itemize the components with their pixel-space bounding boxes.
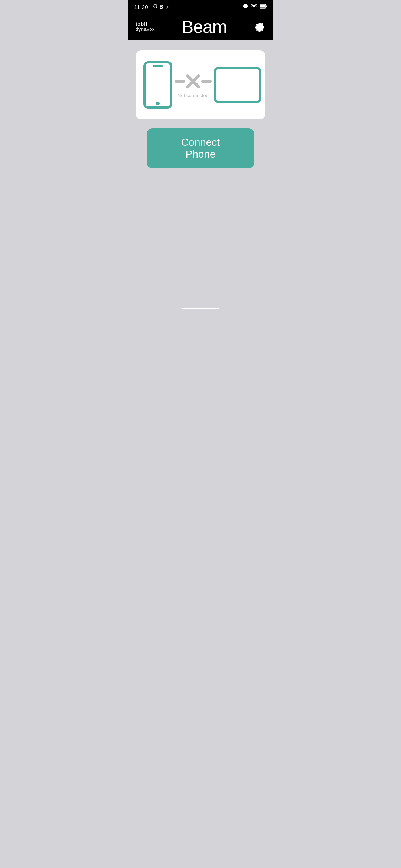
brand-tobii: tobii — [136, 22, 155, 27]
bold-icon: B — [159, 4, 163, 10]
connection-card: Not connected — [136, 50, 265, 119]
svg-rect-0 — [244, 4, 247, 8]
play-icon: ▷ — [166, 4, 169, 9]
settings-button[interactable] — [254, 21, 265, 33]
svg-rect-13 — [215, 68, 260, 102]
svg-rect-10 — [201, 80, 212, 83]
app-header: tobii dynavox Beam — [128, 13, 273, 40]
app-title: Beam — [182, 17, 226, 37]
tablet-icon-wrap — [213, 66, 262, 103]
svg-rect-6 — [144, 62, 171, 108]
main-content: Not connected Connect Phone — [128, 40, 273, 179]
wifi-icon — [251, 4, 257, 10]
google-icon: G — [153, 4, 157, 10]
status-icons-left: G B ▷ — [153, 4, 169, 10]
status-time: 11:20 — [134, 4, 148, 10]
svg-rect-2 — [247, 5, 248, 7]
brand-logo: tobii dynavox — [136, 22, 155, 32]
svg-rect-7 — [153, 65, 163, 67]
tablet-icon — [213, 66, 262, 103]
phone-icon-wrap — [143, 61, 173, 109]
svg-rect-4 — [266, 5, 267, 7]
vibrate-icon — [242, 3, 248, 10]
status-icons-right — [242, 3, 267, 10]
svg-point-8 — [156, 102, 160, 105]
status-bar: 11:20 G B ▷ — [128, 0, 273, 13]
brand-dynavox: dynavox — [136, 27, 155, 32]
svg-rect-5 — [260, 5, 265, 7]
not-connected-status: Not connected — [173, 72, 213, 98]
phone-icon — [143, 61, 173, 109]
battery-icon — [260, 4, 267, 10]
not-connected-label: Not connected — [177, 93, 209, 98]
bottom-nav-indicator — [182, 308, 219, 309]
svg-rect-1 — [243, 5, 244, 7]
svg-rect-9 — [175, 80, 185, 83]
connect-phone-button[interactable]: Connect Phone — [147, 128, 254, 168]
disconnected-icon — [173, 72, 213, 91]
